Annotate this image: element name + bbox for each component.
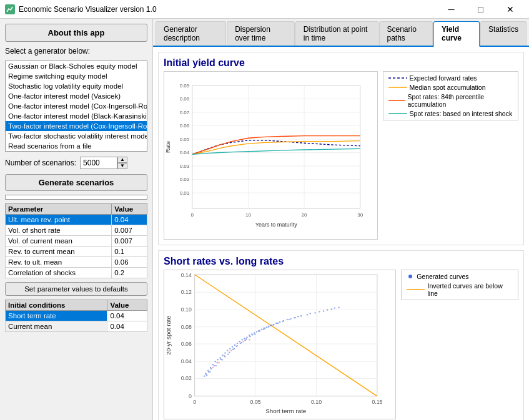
svg-point-67 [234, 344, 235, 346]
num-scenarios-control: ▲ ▼ [80, 157, 127, 169]
svg-text:0.04: 0.04 [180, 150, 190, 155]
maximize-button[interactable]: □ [467, 0, 495, 19]
svg-point-133 [232, 349, 234, 350]
param-value-4[interactable]: 0.06 [112, 257, 147, 268]
svg-point-68 [237, 343, 238, 344]
spin-down[interactable]: ▼ [117, 163, 127, 169]
param-name-4: Rev. to ult. mean [6, 257, 112, 268]
param-name-1: Vol. of short rate [6, 225, 112, 236]
svg-text:10: 10 [245, 212, 251, 218]
svg-text:0.14: 0.14 [181, 272, 192, 278]
svg-point-109 [310, 313, 311, 314]
yield-curve-svg: 0.09 0.08 0.07 0.06 0.05 0.04 0.03 0.02 … [164, 71, 378, 240]
app-icon [5, 4, 15, 14]
legend-scatter-label-1: Inverted curves are below line [427, 282, 513, 297]
chart2-inner: 0.14 0.12 0.10 0.08 0.06 0.04 0.02 0 0 0… [164, 270, 518, 419]
initial-conditions-table: Initial conditions Value Short term rate… [5, 300, 147, 332]
generator-item-8[interactable]: Read scenarios from a file [6, 141, 147, 151]
tab-scenario-paths[interactable]: Scenario paths [379, 21, 433, 46]
defaults-button[interactable]: Set parameter values to defaults [5, 282, 147, 296]
svg-text:0.05: 0.05 [180, 137, 190, 142]
svg-point-118 [249, 339, 250, 340]
svg-text:30: 30 [357, 212, 363, 218]
svg-point-98 [245, 338, 247, 339]
svg-point-93 [215, 365, 217, 366]
svg-point-107 [300, 315, 302, 316]
tab-statistics[interactable]: Statistics [480, 21, 527, 46]
svg-point-144 [408, 275, 412, 278]
generator-item-1[interactable]: Regime switching equity model [6, 71, 147, 81]
legend-label-3: Spot rates: based on interest shock [410, 110, 513, 117]
tab-dispersion-over-time[interactable]: Dispersion over time [227, 21, 295, 46]
svg-point-114 [331, 308, 332, 310]
spin-up[interactable]: ▲ [117, 157, 127, 163]
param-value-5[interactable]: 0.2 [112, 268, 147, 278]
short-long-rates-chart: Short rates vs. long rates [158, 250, 524, 420]
svg-point-141 [267, 326, 269, 328]
param-value-3[interactable]: 0.1 [112, 247, 147, 257]
param-col-header: Parameter [6, 204, 112, 215]
param-value-1[interactable]: 0.007 [112, 225, 147, 236]
generator-item-2[interactable]: Stochastic log volatility equity model [6, 81, 147, 91]
svg-point-137 [249, 336, 250, 337]
parameter-table: Parameter Value Ult. mean rev. point0.04… [5, 203, 147, 278]
svg-point-88 [290, 318, 291, 320]
charts-area: Initial yield curve [153, 47, 529, 420]
generator-item-3[interactable]: One-factor interest model (Vasicek) [6, 91, 147, 101]
svg-point-69 [239, 341, 240, 342]
svg-point-117 [242, 341, 244, 342]
svg-point-95 [227, 353, 229, 354]
svg-point-134 [236, 346, 237, 347]
init-value-0[interactable]: 0.04 [107, 311, 147, 321]
svg-point-90 [297, 316, 299, 317]
legend-item-2: Spot rates: 84th percentile accumulation [388, 93, 513, 108]
svg-text:0.02: 0.02 [181, 375, 192, 381]
num-scenarios-input[interactable] [80, 157, 117, 169]
legend-label-2: Spot rates: 84th percentile accumulation [408, 93, 513, 108]
init-value-1[interactable]: 0.04 [107, 321, 147, 332]
tab-yield-curve[interactable]: Yield curve [433, 21, 480, 47]
legend-item-0: Expected forward rates [388, 74, 513, 82]
param-value-0[interactable]: 0.04 [112, 215, 147, 225]
tab-bar: Generator descriptionDispersion over tim… [153, 19, 529, 47]
main-layout: About this app Select a generator below:… [0, 19, 529, 420]
svg-point-105 [289, 319, 290, 320]
svg-point-116 [338, 306, 339, 308]
progress-bar [5, 195, 147, 200]
svg-text:0.02: 0.02 [180, 177, 190, 182]
generator-item-0[interactable]: Gaussian or Black-Scholes equity model [6, 61, 147, 71]
svg-text:0: 0 [193, 399, 196, 405]
svg-point-143 [277, 323, 279, 324]
svg-text:Rate: Rate [165, 141, 171, 153]
tab-generator-description[interactable]: Generator description [156, 21, 226, 46]
chart2-legend: Generated curves Inverted curves are bel… [401, 270, 518, 300]
minimize-button[interactable]: ─ [437, 0, 465, 19]
tab-distribution-at-point-in-time[interactable]: Distribution at point in time [295, 21, 378, 46]
about-button[interactable]: About this app [5, 24, 147, 42]
legend-label-1: Median spot accumulation [410, 84, 486, 91]
svg-text:0.15: 0.15 [372, 399, 382, 405]
close-button[interactable]: ✕ [496, 0, 524, 19]
yield-curve-chart: Initial yield curve [158, 52, 524, 245]
generator-item-6[interactable]: Two-factor interest model (Cox-Ingersoll… [6, 121, 147, 131]
svg-point-142 [272, 325, 274, 326]
svg-point-87 [287, 319, 288, 320]
svg-point-104 [282, 321, 284, 322]
svg-point-99 [252, 334, 253, 335]
svg-text:0: 0 [191, 212, 194, 218]
svg-point-135 [241, 342, 242, 343]
svg-point-126 [208, 371, 209, 373]
generator-item-5[interactable]: One-factor interest model (Black-Karasin… [6, 111, 147, 121]
param-row-4: Rev. to ult. mean0.06 [6, 257, 147, 268]
generator-item-7[interactable]: Two-factor stochastic volatility interes… [6, 131, 147, 141]
svg-text:0.03: 0.03 [180, 164, 190, 169]
window-controls: ─ □ ✕ [437, 0, 524, 19]
init-param-1: Current mean [6, 321, 107, 332]
svg-point-66 [232, 346, 233, 348]
legend-item-1: Median spot accumulation [388, 84, 513, 91]
init-col-header: Initial conditions [6, 300, 107, 311]
generator-item-4[interactable]: One-factor interest model (Cox-Ingersoll… [6, 101, 147, 111]
generate-button[interactable]: Generate scenarios [5, 174, 147, 191]
svg-point-58 [212, 364, 214, 365]
param-value-2[interactable]: 0.007 [112, 236, 147, 247]
